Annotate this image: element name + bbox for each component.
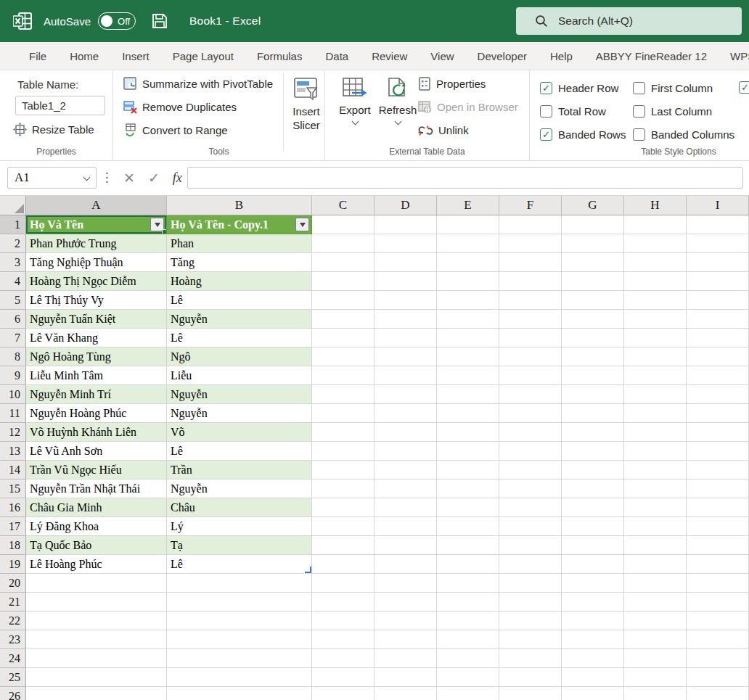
cell-D13[interactable] (374, 442, 437, 461)
cell-H21[interactable] (624, 593, 687, 612)
cell-I16[interactable] (687, 498, 749, 517)
cell-A3[interactable]: Tăng Nghiệp Thuận (26, 253, 167, 272)
cell-B7[interactable]: Lê (167, 329, 312, 347)
cell-D11[interactable] (374, 404, 437, 423)
insert-function-icon[interactable]: fx (173, 170, 182, 186)
cell-G26[interactable] (562, 687, 624, 700)
cell-B1[interactable]: Họ Và Tên - Copy.1 (167, 215, 312, 234)
cell-C22[interactable] (312, 612, 374, 630)
cell-I7[interactable] (687, 329, 749, 347)
cell-H18[interactable] (624, 536, 687, 555)
cell-C10[interactable] (312, 385, 374, 404)
cell-I1[interactable] (687, 215, 749, 234)
row-header-7[interactable]: 7 (0, 329, 26, 347)
cell-H23[interactable] (624, 630, 687, 649)
cell-D10[interactable] (374, 385, 437, 404)
enter-icon[interactable]: ✓ (148, 170, 160, 186)
cell-E20[interactable] (437, 574, 499, 593)
cell-E4[interactable] (437, 272, 499, 291)
cell-F20[interactable] (499, 574, 562, 593)
cell-H9[interactable] (624, 366, 687, 385)
cell-F14[interactable] (499, 461, 562, 479)
cell-G1[interactable] (562, 215, 624, 234)
cell-D23[interactable] (374, 630, 437, 649)
row-header-1[interactable]: 1 (0, 215, 26, 234)
cell-E9[interactable] (437, 366, 499, 385)
cell-C11[interactable] (312, 404, 374, 423)
cell-A16[interactable]: Châu Gia Minh (26, 498, 167, 517)
cell-H19[interactable] (624, 555, 687, 574)
cell-I26[interactable] (687, 687, 749, 700)
cell-I17[interactable] (687, 517, 749, 536)
cell-D7[interactable] (374, 329, 437, 347)
cell-B6[interactable]: Nguyễn (167, 310, 312, 329)
column-header-A[interactable]: A (26, 196, 167, 215)
cell-G19[interactable] (562, 555, 624, 574)
cell-H3[interactable] (624, 253, 687, 272)
cell-F19[interactable] (499, 555, 562, 574)
cell-B3[interactable]: Tăng (167, 253, 312, 272)
cell-B8[interactable]: Ngô (167, 347, 312, 366)
cell-D14[interactable] (374, 461, 437, 479)
row-header-8[interactable]: 8 (0, 347, 26, 366)
cell-E15[interactable] (437, 479, 499, 498)
cell-I3[interactable] (687, 253, 749, 272)
cell-D18[interactable] (374, 536, 437, 555)
style-option-header-row[interactable]: ✓Header Row (540, 82, 633, 94)
tab-view[interactable]: View (419, 50, 465, 62)
tab-formulas[interactable]: Formulas (245, 50, 314, 62)
filter-dropdown-icon[interactable] (295, 218, 309, 231)
cell-D26[interactable] (374, 687, 437, 700)
cell-B19[interactable]: Lê (167, 555, 312, 574)
cell-A22[interactable] (26, 612, 167, 630)
cell-A19[interactable]: Lê Hoàng Phúc (26, 555, 167, 574)
insert-slicer-button[interactable]: Insert Slicer (287, 78, 325, 132)
cell-E16[interactable] (437, 498, 499, 517)
row-header-4[interactable]: 4 (0, 272, 26, 291)
cell-F8[interactable] (499, 347, 562, 366)
cell-F15[interactable] (499, 479, 562, 498)
cell-I15[interactable] (687, 479, 749, 498)
cancel-icon[interactable]: ✕ (123, 170, 135, 186)
tab-file[interactable]: File (17, 50, 58, 62)
cell-I22[interactable] (687, 612, 749, 630)
cell-G4[interactable] (562, 272, 624, 291)
row-header-13[interactable]: 13 (0, 442, 26, 461)
cell-I13[interactable] (687, 442, 749, 461)
cell-G14[interactable] (562, 461, 624, 479)
cell-A20[interactable] (26, 574, 167, 593)
refresh-button[interactable]: Refresh (377, 78, 418, 124)
cell-D22[interactable] (374, 612, 437, 630)
cell-B20[interactable] (167, 574, 312, 593)
cell-F25[interactable] (499, 668, 562, 687)
cell-C6[interactable] (312, 310, 374, 329)
cell-B10[interactable]: Nguyễn (167, 385, 312, 404)
cell-F16[interactable] (499, 498, 562, 517)
cell-G25[interactable] (562, 668, 624, 687)
cell-A1[interactable]: Họ Và Tên (26, 215, 167, 234)
autosave-control[interactable]: AutoSave Off (44, 12, 136, 30)
cell-G23[interactable] (562, 630, 624, 649)
cell-B14[interactable]: Trần (167, 461, 312, 479)
cell-E26[interactable] (437, 687, 499, 700)
cell-A18[interactable]: Tạ Quốc Bảo (26, 536, 167, 555)
cell-H2[interactable] (624, 234, 687, 253)
cell-G12[interactable] (562, 423, 624, 442)
autosave-toggle[interactable]: Off (98, 12, 136, 30)
cell-C25[interactable] (312, 668, 374, 687)
cell-B9[interactable]: Liễu (167, 366, 312, 385)
cell-D2[interactable] (374, 234, 437, 253)
cell-G2[interactable] (562, 234, 624, 253)
cell-G6[interactable] (562, 310, 624, 329)
refresh-dropdown-chevron-icon[interactable] (394, 118, 401, 125)
row-header-3[interactable]: 3 (0, 253, 26, 272)
cell-F22[interactable] (499, 612, 562, 630)
cell-B16[interactable]: Châu (167, 498, 312, 517)
cell-I6[interactable] (687, 310, 749, 329)
export-button[interactable]: Export (335, 78, 374, 124)
table-name-input[interactable] (15, 96, 105, 115)
cell-G17[interactable] (562, 517, 624, 536)
cell-A7[interactable]: Lê Văn Khang (26, 329, 167, 347)
cell-F2[interactable] (499, 234, 562, 253)
row-header-18[interactable]: 18 (0, 536, 26, 555)
